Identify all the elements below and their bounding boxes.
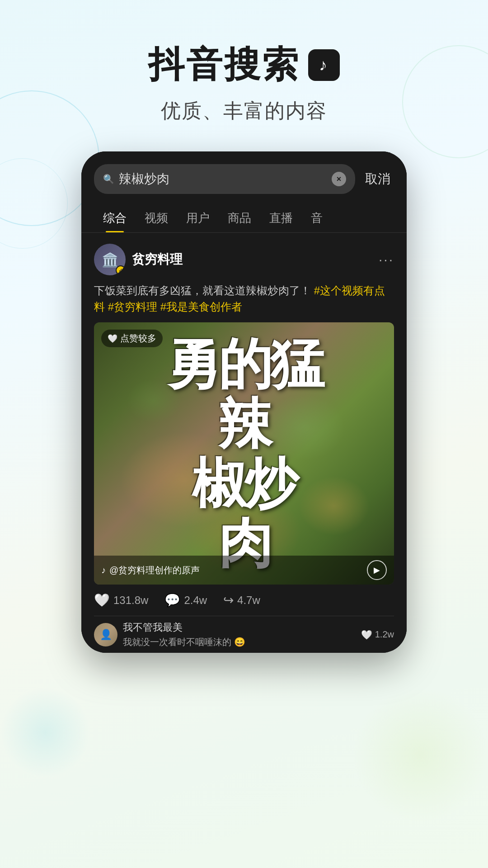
like-icon: 🤍 [94,593,110,608]
search-query-text: 辣椒炒肉 [119,170,327,188]
comment-likes: 🤍 1.2w [361,629,394,640]
comments-count: 2.4w [184,594,207,607]
likes-badge: 🤍 点赞较多 [101,330,163,347]
bg-glow-right [352,687,488,823]
avatar: 🏛️ ✓ [94,244,126,275]
commenter-username: 我不管我最美 [123,621,245,634]
shares-interaction[interactable]: ↪ 4.7w [223,593,260,608]
comment-heart-icon: 🤍 [361,629,372,640]
video-background: 勇的猛辣椒炒肉 🤍 点赞较多 ♪ @贫穷料理创作的原声 [94,322,394,585]
shares-count: 4.7w [237,594,260,607]
verified-badge: ✓ [116,265,126,275]
audio-bar: ♪ @贫穷料理创作的原声 ▶ [94,556,394,585]
bg-glow-left [0,687,90,778]
post-user-info: 🏛️ ✓ 贫穷料理 [94,244,183,275]
heart-icon: 🤍 [108,334,117,344]
video-title-text: 勇的猛辣椒炒肉 [166,334,322,573]
content-area: 🏛️ ✓ 贫穷料理 ··· 下饭菜到底有多凶猛，就看这道辣椒炒肉了！ #这个视频… [81,233,407,653]
tab-用户[interactable]: 用户 [177,206,219,232]
tab-音[interactable]: 音 [302,206,332,232]
share-icon: ↪ [223,593,234,608]
comment-row: 👤 我不管我最美 我就没一次看时不咽唾沫的 😄 🤍 1.2w [94,616,394,653]
phone-container: 🔍 辣椒炒肉 × 取消 综合 视频 用户 商品 直播 音 [0,151,488,653]
phone-mockup: 🔍 辣椒炒肉 × 取消 综合 视频 用户 商品 直播 音 [81,151,407,653]
search-input-box[interactable]: 🔍 辣椒炒肉 × [94,164,355,194]
comments-interaction[interactable]: 💬 2.4w [164,593,207,608]
post-header: 🏛️ ✓ 贫穷料理 ··· [94,244,394,275]
search-bar-area: 🔍 辣椒炒肉 × 取消 [81,151,407,198]
tiktok-audio-icon: ♪ [101,565,106,576]
tiktok-logo-icon [308,49,340,81]
cancel-button[interactable]: 取消 [361,170,394,188]
likes-badge-text: 点赞较多 [120,332,156,344]
commenter-info: 👤 我不管我最美 我就没一次看时不咽唾沫的 😄 [94,621,245,648]
tab-综合[interactable]: 综合 [94,206,136,232]
tab-商品[interactable]: 商品 [219,206,260,232]
comment-icon: 💬 [164,593,180,608]
comment-content: 我就没一次看时不咽唾沫的 😄 [123,636,245,648]
interaction-bar: 🤍 131.8w 💬 2.4w ↪ 4.7w [94,585,394,616]
likes-interaction[interactable]: 🤍 131.8w [94,593,148,608]
username-text: 贫穷料理 [132,251,183,268]
video-text-overlay: 勇的猛辣椒炒肉 [94,322,394,585]
phone-inner: 🔍 辣椒炒肉 × 取消 综合 视频 用户 商品 直播 音 [81,151,407,653]
tabs-row: 综合 视频 用户 商品 直播 音 [81,198,407,233]
play-button[interactable]: ▶ [367,560,387,580]
tab-视频[interactable]: 视频 [136,206,177,232]
commenter-avatar-image: 👤 [94,623,117,646]
tab-直播[interactable]: 直播 [260,206,302,232]
more-options-button[interactable]: ··· [379,252,394,267]
likes-count: 131.8w [113,594,148,607]
title-text: 抖音搜索 [148,41,300,90]
audio-info: ♪ @贫穷料理创作的原声 [101,564,200,576]
post-description: 下饭菜到底有多凶猛，就看这道辣椒炒肉了！ #这个视频有点料 #贫穷料理 #我是美… [94,283,394,315]
post-description-text: 下饭菜到底有多凶猛，就看这道辣椒炒肉了！ [94,284,311,297]
search-icon: 🔍 [103,174,114,184]
audio-text: @贫穷料理创作的原声 [109,564,200,576]
commenter-avatar: 👤 [94,623,117,646]
search-clear-button[interactable]: × [332,172,346,186]
hashtag-3[interactable]: #我是美食创作者 [160,301,242,313]
video-thumbnail[interactable]: 勇的猛辣椒炒肉 🤍 点赞较多 ♪ @贫穷料理创作的原声 [94,322,394,585]
comment-likes-count: 1.2w [375,629,394,640]
hashtag-2[interactable]: #贫穷料理 [108,301,157,313]
comment-text-block: 我不管我最美 我就没一次看时不咽唾沫的 😄 [123,621,245,648]
